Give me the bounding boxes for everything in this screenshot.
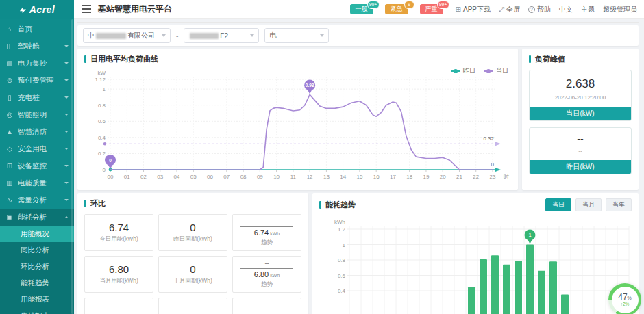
tab-电力数据[interactable]: 电力数据 bbox=[434, 22, 474, 23]
huanbi-card-6 bbox=[84, 298, 153, 314]
tab-用能概况[interactable]: 用能概况 bbox=[603, 22, 639, 23]
trend-btn-当日[interactable]: 当日 bbox=[545, 198, 571, 211]
hamburger-menu-icon[interactable] bbox=[82, 5, 91, 13]
fullscreen-icon: ⤢ bbox=[499, 5, 504, 14]
meter-reading-icon: ▤ bbox=[5, 60, 14, 67]
sidebar-item-电力集抄[interactable]: ▤电力集抄 bbox=[0, 55, 74, 72]
home-icon: ⌂ bbox=[5, 25, 14, 33]
trend-range-buttons: 当日当月当年 bbox=[545, 198, 632, 211]
chevron-down-icon bbox=[64, 131, 69, 133]
svg-text:1: 1 bbox=[103, 86, 106, 92]
sidebar-item-需量分析[interactable]: ∿需量分析 bbox=[0, 192, 74, 209]
chevron-down-icon bbox=[591, 22, 595, 23]
svg-text:08: 08 bbox=[240, 174, 247, 180]
trend-bar-chart: 0.40.60.811.2kWh1 bbox=[319, 215, 632, 314]
header-link-中文[interactable]: 中文 bbox=[559, 5, 573, 14]
progress-widget[interactable]: 47% ↑2% bbox=[608, 283, 641, 314]
filter-panel: 中有限公司 - F2 电 bbox=[77, 25, 639, 46]
energy-type-select[interactable]: 电 bbox=[264, 28, 329, 43]
today-line bbox=[110, 94, 493, 170]
tab-实时监控[interactable]: 实时监控 bbox=[152, 22, 193, 23]
svg-text:22: 22 bbox=[473, 174, 479, 180]
header-link-APP下载[interactable]: ⊞APP下载 bbox=[456, 5, 491, 14]
sidebar-item-智慧消防[interactable]: ▲智慧消防 bbox=[0, 123, 74, 140]
tab-路灯看板[interactable]: 路灯看板 bbox=[252, 22, 293, 23]
tab-报警派发[interactable]: 报警派发 bbox=[340, 22, 380, 23]
sidebar-item-能耗趋势[interactable]: 能耗趋势 bbox=[0, 275, 74, 291]
ratio-unit: kWh bbox=[270, 231, 280, 236]
legend-item-昨日[interactable]: 昨日 bbox=[451, 66, 475, 75]
header-link-label: 中文 bbox=[559, 5, 573, 14]
trend-bar bbox=[526, 245, 534, 314]
header-link-主题[interactable]: 主题 bbox=[581, 5, 595, 14]
sidebar-item-设备监控[interactable]: ⊞设备监控 bbox=[0, 157, 74, 174]
sidebar-item-预付费管理[interactable]: ⊜预付费管理 bbox=[0, 72, 74, 89]
huanbi-card-7 bbox=[158, 298, 227, 314]
tab-配电图[interactable]: 配电图 bbox=[521, 22, 556, 23]
svg-text:13: 13 bbox=[323, 174, 330, 180]
svg-text:0.4: 0.4 bbox=[98, 135, 106, 141]
sidebar-item-集抄报表[interactable]: 集抄报表 bbox=[0, 308, 74, 314]
station-select[interactable]: F2 bbox=[184, 28, 259, 43]
sidebar-item-安全用电[interactable]: ◇安全用电 bbox=[0, 140, 74, 157]
tab-用能报表[interactable]: 用能报表 bbox=[559, 22, 599, 23]
tab-报警信息[interactable]: 报警信息 bbox=[296, 22, 336, 23]
chart-legend: 昨日当日 bbox=[451, 66, 508, 75]
chevron-down-icon bbox=[64, 148, 69, 150]
acrel-logo-icon bbox=[19, 6, 27, 14]
sidebar-item-智能照明[interactable]: ◎智能照明 bbox=[0, 106, 74, 123]
alarm-count-badge: 99+ bbox=[437, 1, 449, 9]
prepaid-icon: ⊜ bbox=[5, 77, 14, 84]
tab-首页[interactable]: 首页 bbox=[83, 22, 105, 23]
alarm-pill-紧急[interactable]: 紧急9 bbox=[385, 4, 408, 14]
peak-time: -- bbox=[530, 148, 631, 154]
company-select-value: 中有限公司 bbox=[88, 31, 155, 40]
trend-btn-当年[interactable]: 当年 bbox=[606, 198, 632, 211]
legend-item-当日[interactable]: 当日 bbox=[484, 66, 508, 75]
chevron-down-icon bbox=[547, 22, 551, 23]
svg-text:16: 16 bbox=[373, 174, 380, 180]
main-area: 首页仪表管理实时监控智能微断监控路灯看板报警信息报警派发电参量报表电力数据派单管… bbox=[74, 19, 644, 314]
header-link-全屏[interactable]: ⤢全屏 bbox=[499, 5, 520, 14]
energy-type-value: 电 bbox=[269, 31, 276, 40]
trend-bar bbox=[491, 255, 499, 314]
sidebar-item-环比分析[interactable]: 环比分析 bbox=[0, 259, 74, 275]
chevron-down-icon bbox=[64, 45, 69, 47]
sidebar-item-驾驶舱[interactable]: ◫驾驶舱 bbox=[0, 38, 74, 55]
company-select[interactable]: 中有限公司 bbox=[83, 28, 171, 43]
chevron-down-icon bbox=[509, 22, 513, 23]
header-link-超级管理员[interactable]: 超级管理员 bbox=[603, 5, 637, 14]
svg-text:12: 12 bbox=[307, 174, 313, 180]
progress-sub-label: ↑2% bbox=[621, 302, 630, 306]
huanbi-card-5: --6.80kWh趋势 bbox=[232, 256, 301, 293]
tab-电参量报表[interactable]: 电参量报表 bbox=[384, 22, 430, 23]
tab-仪表管理[interactable]: 仪表管理 bbox=[108, 22, 149, 23]
sidebar-item-同比分析[interactable]: 同比分析 bbox=[0, 242, 74, 259]
tab-智能微断监控[interactable]: 智能微断监控 bbox=[196, 22, 249, 23]
sidebar-item-首页[interactable]: ⌂首页 bbox=[0, 21, 74, 38]
card-label: 昨日同期(kWh) bbox=[173, 235, 212, 244]
alarm-pill-一般[interactable]: 一般99+ bbox=[350, 4, 373, 14]
trend-btn-当月[interactable]: 当月 bbox=[575, 198, 602, 211]
header-link-帮助[interactable]: ?帮助 bbox=[528, 5, 551, 14]
sidebar-item-电能质量[interactable]: ▥电能质量 bbox=[0, 174, 74, 192]
card-label: 今日用能(kWh) bbox=[99, 235, 138, 244]
svg-text:17: 17 bbox=[390, 174, 396, 180]
top-row: 日用电平均负荷曲线 昨日当日 00.20.40.60.811.12kW00010… bbox=[77, 49, 639, 190]
sidebar-item-用能报表[interactable]: 用能报表 bbox=[0, 291, 74, 308]
header-bar: 基站智慧用电云平台 一般99+紧急9严重99+ ⊞APP下载⤢全屏?帮助中文主题… bbox=[74, 0, 644, 19]
svg-text:04: 04 bbox=[174, 174, 180, 180]
station-select-value: F2 bbox=[188, 32, 228, 40]
chevron-down-icon bbox=[64, 182, 69, 184]
alarm-pill-严重[interactable]: 严重99+ bbox=[420, 4, 443, 14]
sidebar-item-用能概况[interactable]: 用能概况 bbox=[0, 226, 74, 242]
acrel-logo: Acrel bbox=[0, 0, 74, 19]
tab-派单管理[interactable]: 派单管理 bbox=[478, 22, 518, 23]
ratio-divider bbox=[240, 268, 293, 269]
sidebar-item-能耗分析[interactable]: ▣能耗分析 bbox=[0, 209, 74, 226]
trend-peak-marker: 1 bbox=[525, 230, 536, 244]
svg-text:15: 15 bbox=[356, 174, 362, 180]
sidebar-item-充电桩[interactable]: ▯充电桩 bbox=[0, 89, 74, 106]
chevron-down-icon bbox=[184, 22, 188, 23]
huanbi-card-8 bbox=[232, 298, 301, 314]
